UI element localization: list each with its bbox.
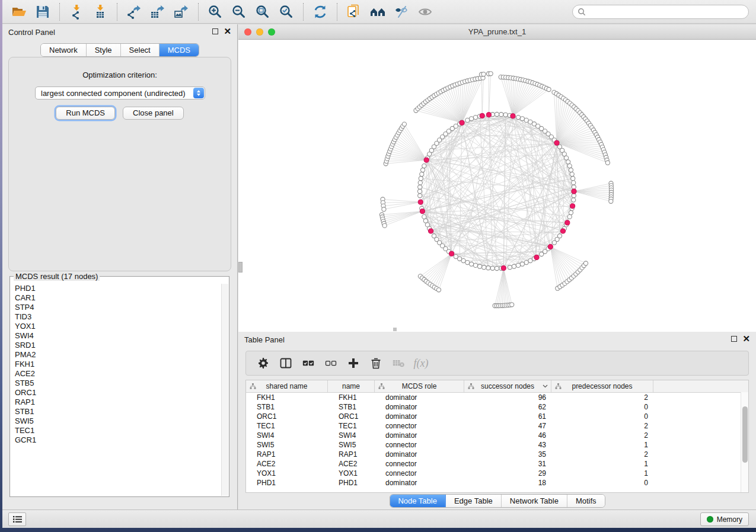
delete-icon[interactable]: [367, 354, 385, 372]
task-history-button[interactable]: [8, 512, 26, 526]
table-panel: Table Panel ✕ f(x) shared namenameMCDS r…: [238, 332, 756, 510]
run-mcds-button[interactable]: Run MCDS: [56, 107, 115, 120]
import-network-icon[interactable]: [65, 3, 88, 21]
table-scrollbar-thumb[interactable]: [742, 406, 748, 463]
export-image-icon[interactable]: [170, 3, 193, 21]
select-stepper-icon: [193, 88, 204, 98]
houses-icon[interactable]: [366, 3, 390, 21]
open-folder-icon[interactable]: [7, 3, 31, 21]
table-row[interactable]: PHD1PHD1dominator180: [246, 478, 748, 488]
tab-style[interactable]: Style: [87, 44, 121, 56]
mcds-result-item[interactable]: PMA2: [11, 350, 221, 360]
cell-predecessor-nodes: 0: [551, 402, 653, 412]
close-panel-icon[interactable]: ✕: [224, 28, 231, 35]
cell-predecessor-nodes: 2: [551, 431, 653, 440]
node-table[interactable]: shared namenameMCDS rolesuccessor nodesp…: [245, 380, 749, 493]
network-canvas[interactable]: [238, 40, 756, 332]
mcds-result-item[interactable]: FKH1: [11, 360, 221, 369]
tab-network[interactable]: Network: [41, 44, 87, 56]
close-panel-button[interactable]: Close panel: [123, 107, 184, 120]
table-row[interactable]: ACE2ACE2connector311: [246, 459, 748, 469]
cell-successor-nodes: 47: [464, 421, 551, 431]
cell-predecessor-nodes: 0: [551, 412, 653, 421]
float-table-panel-icon[interactable]: [731, 336, 737, 342]
import-table-icon[interactable]: [88, 3, 112, 21]
refresh-icon[interactable]: [308, 3, 332, 21]
table-tabs: Node TableEdge TableNetwork TableMotifs: [389, 494, 605, 508]
mcds-result-list[interactable]: PHD1CAR1STP4TID3YOX1SWI4SRD1PMA2FKH1ACE2…: [11, 284, 221, 496]
mcds-result-item[interactable]: ACE2: [11, 369, 221, 379]
table-row[interactable]: STB1STB1dominator620: [246, 402, 748, 412]
mcds-result-item[interactable]: STP4: [11, 303, 221, 312]
memory-button[interactable]: Memory: [700, 512, 749, 526]
column-header-successor-nodes[interactable]: successor nodes: [464, 380, 551, 392]
add-icon[interactable]: [344, 354, 362, 372]
table-tab-edge-table[interactable]: Edge Table: [446, 495, 502, 507]
network-horizontal-scrollbar[interactable]: [393, 328, 397, 331]
cell-successor-nodes: 29: [464, 469, 551, 478]
tab-select[interactable]: Select: [121, 44, 160, 56]
table-tab-node-table[interactable]: Node Table: [390, 495, 446, 507]
save-icon[interactable]: [31, 3, 55, 21]
column-header-predecessor-nodes[interactable]: predecessor nodes: [551, 380, 653, 392]
table-row[interactable]: SWI5SWI5connector431: [246, 440, 748, 450]
zoom-selected-icon[interactable]: [275, 3, 298, 21]
table-row[interactable]: RAP1RAP1dominator352: [246, 450, 748, 459]
mcds-list-scrollbar[interactable]: [221, 284, 228, 496]
optimization-criterion-select[interactable]: largest connected component (undirected): [35, 86, 205, 100]
network-vertical-scrollbar[interactable]: [238, 262, 243, 273]
network-document-icon[interactable]: [342, 3, 366, 21]
table-tab-motifs[interactable]: Motifs: [567, 495, 605, 507]
table-row[interactable]: SWI4SWI4dominator462: [246, 431, 748, 440]
mcds-result-item[interactable]: STB1: [11, 407, 221, 416]
float-panel-icon[interactable]: [212, 28, 218, 34]
network-graph[interactable]: [238, 40, 756, 332]
table-tab-network-table[interactable]: Network Table: [502, 495, 567, 507]
mcds-result-item[interactable]: ORC1: [11, 388, 221, 398]
hide-glasses-icon[interactable]: [390, 3, 413, 21]
cell-successor-nodes: 43: [464, 440, 551, 450]
select-all-icon[interactable]: [299, 354, 317, 372]
table-row[interactable]: FKH1FKH1dominator962: [246, 393, 748, 402]
table-body: FKH1FKH1dominator962STB1STB1dominator620…: [246, 393, 748, 488]
cell-shared-name: SWI5: [246, 440, 328, 450]
mcds-result-item[interactable]: SRD1: [11, 341, 221, 350]
mcds-result-item[interactable]: STB5: [11, 379, 221, 388]
mcds-result-item[interactable]: GCR1: [11, 435, 221, 445]
tab-mcds[interactable]: MCDS: [160, 44, 199, 56]
search-box[interactable]: [572, 5, 749, 19]
column-layout-icon[interactable]: [277, 354, 295, 372]
table-row[interactable]: TEC1TEC1connector472: [246, 421, 748, 431]
deselect-all-icon[interactable]: [322, 354, 340, 372]
mcds-result-item[interactable]: CAR1: [11, 293, 221, 303]
search-input[interactable]: [589, 7, 748, 17]
table-row[interactable]: ORC1ORC1dominator610: [246, 412, 748, 421]
cell-successor-nodes: 31: [464, 459, 551, 469]
network-window-title: YPA_prune.txt_1: [238, 27, 756, 36]
table-row[interactable]: YOX1YOX1connector291: [246, 469, 748, 478]
mcds-result-item[interactable]: YOX1: [11, 322, 221, 331]
export-network-icon[interactable]: [122, 3, 146, 21]
cell-MCDS-role: connector: [375, 421, 464, 431]
column-header-MCDS-role[interactable]: MCDS role: [375, 380, 464, 392]
mcds-result-item[interactable]: RAP1: [11, 398, 221, 407]
mcds-result-item[interactable]: SWI5: [11, 416, 221, 426]
table-scrollbar[interactable]: [741, 392, 748, 492]
settings-gear-icon[interactable]: [254, 354, 272, 372]
network-window-titlebar[interactable]: YPA_prune.txt_1: [238, 25, 756, 40]
close-table-panel-icon[interactable]: ✕: [742, 335, 750, 342]
cell-successor-nodes: 96: [464, 393, 551, 402]
main-toolbar: [2, 0, 756, 24]
cell-name: PHD1: [328, 478, 375, 488]
zoom-fit-icon[interactable]: [251, 3, 275, 21]
mcds-result-item[interactable]: PHD1: [11, 284, 221, 293]
zoom-in-icon[interactable]: [203, 3, 227, 21]
export-table-icon[interactable]: [146, 3, 170, 21]
mcds-result-item[interactable]: SWI4: [11, 331, 221, 341]
mcds-result-item[interactable]: TEC1: [11, 426, 221, 435]
zoom-out-icon[interactable]: [227, 3, 251, 21]
column-header-name[interactable]: name: [328, 380, 375, 392]
column-header-shared-name[interactable]: shared name: [246, 380, 328, 392]
mcds-result-item[interactable]: TID3: [11, 312, 221, 322]
show-eye-icon[interactable]: [413, 3, 437, 21]
